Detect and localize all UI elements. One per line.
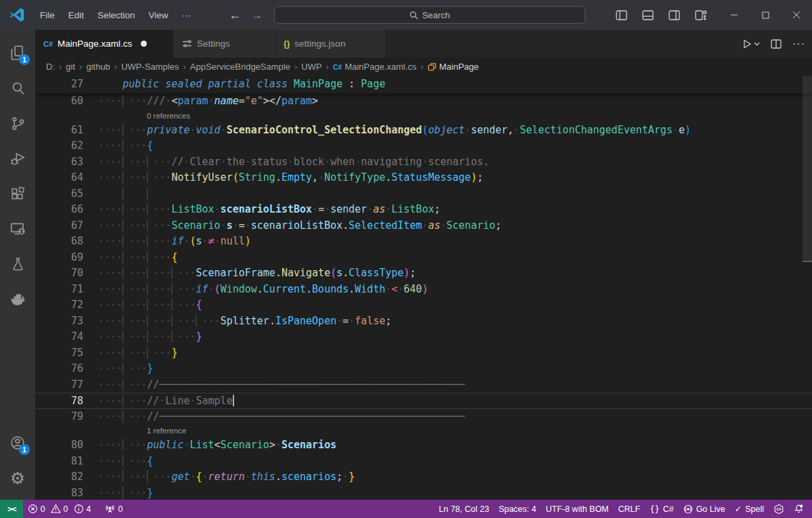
line-number[interactable]: 62 <box>35 138 98 154</box>
run-and-debug-icon[interactable] <box>1 141 34 176</box>
modified-dot-icon[interactable] <box>141 41 147 47</box>
extensions-icon[interactable] <box>1 176 34 211</box>
code-line-62[interactable]: 62····▏···{ <box>35 138 812 154</box>
line-number[interactable]: 66 <box>35 202 98 218</box>
line-number[interactable]: 27 <box>35 76 98 93</box>
csharp-devkit-status[interactable]: C# <box>769 500 789 518</box>
code-line-81[interactable]: 81····▏···{ <box>35 454 812 470</box>
line-number[interactable]: 72 <box>35 297 98 314</box>
code-line-82[interactable]: 82····▏···▏···get·{·return·this.scenario… <box>35 469 812 485</box>
code-line-73[interactable]: 73····▏···▏···▏···▏···Splitter.IsPaneOpe… <box>35 314 812 330</box>
line-number[interactable]: 68 <box>35 234 98 250</box>
breadcrumb-item[interactable]: github <box>86 62 110 72</box>
code-line-64[interactable]: 64····▏···▏···NotifyUser(String.Empty,·N… <box>35 170 812 186</box>
source-control-icon[interactable] <box>1 106 34 141</box>
toggle-sidebar-icon[interactable] <box>616 10 627 20</box>
code-editor[interactable]: 27 public sealed partial class MainPage … <box>35 76 812 500</box>
sticky-scroll-line[interactable]: 27 public sealed partial class MainPage … <box>35 76 812 93</box>
scrollbar-thumb[interactable] <box>803 76 812 262</box>
more-actions-icon[interactable]: ··· <box>792 38 805 50</box>
line-number[interactable]: 83 <box>35 485 98 500</box>
code-line-63[interactable]: 63····▏···▏···//·Clear·the·status·block·… <box>35 154 812 171</box>
tab-mainpage-xaml-cs[interactable]: C# MainPage.xaml.cs <box>35 30 174 58</box>
remote-indicator[interactable]: >< <box>0 500 23 518</box>
line-number[interactable]: 74 <box>35 329 98 345</box>
search-view-icon[interactable] <box>1 70 34 106</box>
breadcrumb-symbol[interactable]: MainPage <box>439 62 479 72</box>
code-line-66[interactable]: 66····▏···▏···ListBox·scenarioListBox·=·… <box>35 202 812 218</box>
code-line-60[interactable]: 60····▏···///·<param·name="e"></param> <box>35 93 812 110</box>
ports-status[interactable]: 0 <box>100 500 128 518</box>
menu-selection[interactable]: Selection <box>91 7 142 24</box>
breadcrumb-item[interactable]: D: <box>46 62 55 72</box>
notifications-button[interactable] <box>789 500 812 518</box>
line-number[interactable]: 73 <box>35 314 98 330</box>
code-line-65[interactable]: 65 ▏ ▏ <box>35 186 812 202</box>
breadcrumb-item[interactable]: UWP-Samples <box>121 62 179 72</box>
code-line-67[interactable]: 67····▏···▏···Scenario·s·=·scenarioListB… <box>35 218 812 234</box>
testing-icon[interactable] <box>1 246 34 282</box>
codelens-reference[interactable]: 0 references <box>35 110 812 123</box>
customize-layout-icon[interactable] <box>695 10 707 20</box>
split-editor-icon[interactable] <box>771 39 782 49</box>
breadcrumb-item[interactable]: git <box>66 62 75 72</box>
line-number[interactable]: 80 <box>35 437 98 454</box>
explorer-icon[interactable]: 1 <box>1 35 34 70</box>
code-line-70[interactable]: 70····▏···▏···▏···ScenarioFrame.Navigate… <box>35 265 812 282</box>
tab-settings-json[interactable]: {} settings.json <box>275 30 386 58</box>
code-line-79[interactable]: 79····▏···//────────────────────────────… <box>35 409 812 425</box>
line-number[interactable]: 63 <box>35 154 98 171</box>
line-number[interactable]: 61 <box>35 123 98 139</box>
line-number[interactable]: 64 <box>35 170 98 186</box>
code-line-61[interactable]: 61····▏···private·void·ScenarioControl_S… <box>35 123 812 139</box>
line-number[interactable]: 78 <box>35 393 98 408</box>
minimize-button[interactable] <box>719 0 750 30</box>
encoding-status[interactable]: UTF-8 with BOM <box>541 500 613 518</box>
code-line-71[interactable]: 71····▏···▏···▏···if·(Window.Current.Bou… <box>35 282 812 298</box>
code-line-68[interactable]: 68····▏···▏···if·(s·≠·null) <box>35 234 812 250</box>
maximize-button[interactable] <box>750 0 781 30</box>
line-number[interactable]: 71 <box>35 282 98 298</box>
menu-view[interactable]: View <box>142 7 175 24</box>
go-live-button[interactable]: Go Live <box>679 500 730 518</box>
problems-status[interactable]: 0 0 4 <box>23 500 100 518</box>
editor-scrollbar[interactable] <box>803 76 812 500</box>
menu-more[interactable]: ··· <box>175 7 198 24</box>
breadcrumb-file[interactable]: MainPage.xaml.cs <box>344 62 416 72</box>
line-number[interactable]: 82 <box>35 469 98 485</box>
go-forward-icon[interactable]: → <box>250 8 263 22</box>
line-number[interactable]: 77 <box>35 377 98 393</box>
line-number[interactable]: 81 <box>35 454 98 470</box>
code-line-72[interactable]: 72····▏···▏···▏···{ <box>35 297 812 314</box>
code-line-74[interactable]: 74····▏···▏···▏···} <box>35 329 812 345</box>
toggle-secondary-sidebar-icon[interactable] <box>669 10 680 20</box>
code-line-69[interactable]: 69····▏···▏···{ <box>35 250 812 266</box>
breadcrumb-item[interactable]: AppServiceBridgeSample <box>190 62 290 72</box>
go-back-icon[interactable]: ← <box>229 8 241 22</box>
docker-icon[interactable] <box>1 282 34 317</box>
line-number[interactable]: 67 <box>35 218 98 234</box>
spell-checker-status[interactable]: ✓ Spell <box>730 500 769 518</box>
run-button[interactable] <box>742 39 760 49</box>
settings-gear-icon[interactable]: ⚙ <box>1 460 34 496</box>
code-line-77[interactable]: 77····▏···//────────────────────────────… <box>35 377 812 393</box>
code-line-75[interactable]: 75····▏···▏···} <box>35 345 812 362</box>
codelens-reference[interactable]: 1 reference <box>35 425 812 437</box>
toggle-panel-icon[interactable] <box>642 10 654 20</box>
command-center-search[interactable]: Search <box>274 6 585 24</box>
line-number[interactable]: 70 <box>35 265 98 282</box>
remote-explorer-icon[interactable] <box>1 211 34 246</box>
code-line-78[interactable]: 78····▏···//·Line·Sample <box>35 393 812 409</box>
line-number[interactable]: 79 <box>35 409 98 425</box>
indentation-status[interactable]: Spaces: 4 <box>494 500 541 518</box>
close-button[interactable] <box>781 0 812 30</box>
code-line-83[interactable]: 83····▏···} <box>35 485 812 500</box>
menu-file[interactable]: File <box>33 7 62 24</box>
cursor-position[interactable]: Ln 78, Col 23 <box>434 500 494 518</box>
line-number[interactable]: 69 <box>35 250 98 266</box>
line-number[interactable]: 75 <box>35 345 98 362</box>
code-line-76[interactable]: 76····▏···} <box>35 361 812 377</box>
code-line-80[interactable]: 80····▏···public·List<Scenario>·Scenario… <box>35 437 812 454</box>
accounts-icon[interactable]: 1 <box>1 425 34 460</box>
tab-settings[interactable]: Settings <box>174 30 275 58</box>
